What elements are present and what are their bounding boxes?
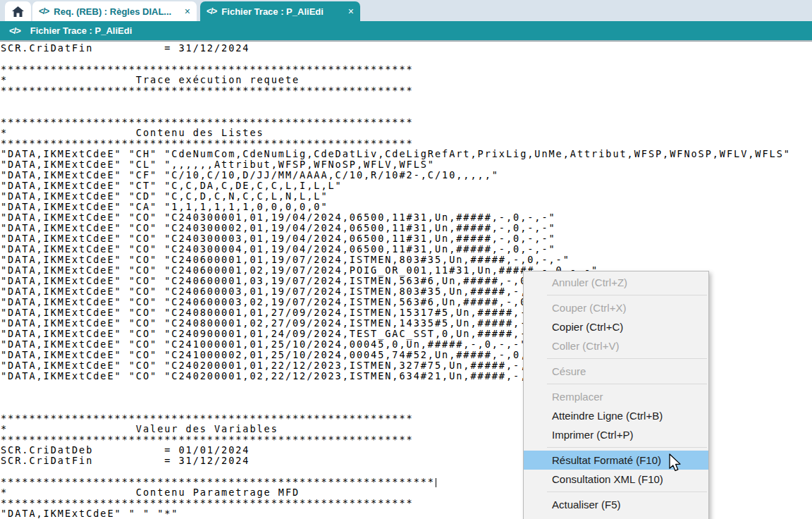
menu-item-couper: Couper (Ctrl+X): [524, 298, 708, 317]
menu-item-coller: Coller (Ctrl+V): [524, 336, 708, 355]
editor-line: [1, 96, 812, 106]
menu-separator: [547, 358, 707, 359]
editor-line: "DATA,IKMExtCdeE" "CO" "C240300001,01,19…: [1, 212, 812, 223]
editor-line: "DATA,IKMExtCdeE" "CA" "1,1,1,1,1,1,0,0,…: [1, 202, 812, 212]
editor-line: "DATA,IKMExtCdeE" "CO" "C240300003,01,19…: [1, 233, 812, 244]
home-tab[interactable]: [5, 1, 31, 21]
menu-item-consultation-xml[interactable]: Consultation XML (F10): [524, 470, 708, 489]
menu-item-atteindre-ligne[interactable]: Atteindre Ligne (Ctrl+B): [524, 406, 708, 425]
tab-fichier-trace[interactable]: </> Fichier Trace : P_AliEdi ×: [200, 1, 360, 21]
breadcrumb-title: Fichier Trace : P_AliEdi: [30, 25, 133, 36]
editor-line: "DATA,IKMExtCdeE" "CO" "C240300002,01,19…: [1, 223, 812, 233]
code-icon: </>: [39, 6, 49, 16]
menu-item-cesure: Césure: [524, 362, 708, 381]
close-icon[interactable]: ×: [179, 6, 190, 17]
editor-line: "DATA,IKMExtCdeE" "CH" "CdeNumCom,CdeNum…: [1, 149, 812, 159]
editor-line: "DATA,IKMExtCdeE" "CT" "C,C,DA,C,DE,C,C,…: [1, 181, 812, 191]
editor-line: [1, 106, 812, 117]
menu-item-remplacer: Remplacer: [524, 387, 708, 406]
code-icon: </>: [9, 25, 20, 36]
code-icon: </>: [207, 6, 216, 16]
editor-line: * Contenu des Listes: [1, 128, 812, 138]
tab-bar: </> Req. (REB) : Règles DIAL... × </> Fi…: [0, 0, 812, 21]
menu-separator: [547, 384, 707, 384]
editor-line: [1, 54, 812, 64]
tab-label: Fichier Trace : P_AliEdi: [221, 6, 324, 17]
editor-line: SCR.CriDatFin = 31/12/2024: [1, 43, 812, 54]
menu-item-actualiser[interactable]: Actualiser (F5): [524, 495, 708, 514]
menu-item-annuler: Annuler (Ctrl+Z): [524, 273, 708, 292]
close-icon[interactable]: ×: [343, 6, 354, 17]
menu-item-imprimer[interactable]: Imprimer (Ctrl+P): [524, 425, 708, 444]
editor-line: "DATA,IKMExtCdeE" "CD" "C,C,D,C,N,C,C,L,…: [1, 191, 812, 202]
editor-line: ****************************************…: [1, 85, 812, 96]
app-window: </> Req. (REB) : Règles DIAL... × </> Fi…: [0, 0, 812, 519]
menu-separator: [547, 491, 707, 492]
menu-separator: [547, 447, 707, 448]
tab-label: Req. (REB) : Règles DIAL...: [54, 6, 171, 17]
menu-item-resultat-formate[interactable]: Résultat Formaté (F10): [524, 451, 708, 470]
editor-line: "DATA,IKMExtCdeE" "CO" "C240600001,01,19…: [1, 255, 812, 265]
breadcrumb-bar: </> Fichier Trace : P_AliEdi: [0, 21, 812, 40]
tab-req-rules[interactable]: </> Req. (REB) : Règles DIAL... ×: [32, 1, 197, 21]
editor-line: "DATA,IKMExtCdeE" "CO" "C240300004,01,19…: [1, 244, 812, 255]
menu-item-copier[interactable]: Copier (Ctrl+C): [524, 317, 708, 336]
menu-separator: [547, 295, 707, 295]
editor-line: "DATA,IKMExtCdeE" "CF" "C/10,C/10,D/JJ/M…: [1, 170, 812, 181]
editor-line: ****************************************…: [1, 64, 812, 75]
home-icon: [12, 6, 24, 17]
editor-line: ****************************************…: [1, 138, 812, 149]
editor-line: "DATA,IKMExtCdeE" "CL" ",,,,,,Attribut,W…: [1, 159, 812, 170]
text-caret: [436, 478, 436, 487]
editor-line: * Trace exécution requete: [1, 75, 812, 85]
editor-line: ****************************************…: [1, 117, 812, 128]
context-menu: Annuler (Ctrl+Z)Couper (Ctrl+X)Copier (C…: [523, 271, 709, 519]
